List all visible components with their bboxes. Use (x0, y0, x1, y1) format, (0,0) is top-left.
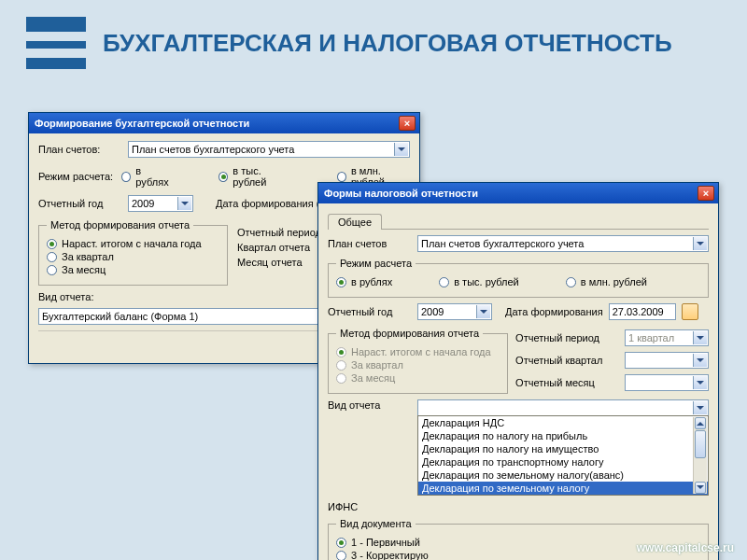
combo-kind[interactable] (417, 399, 709, 416)
radio-method-ytd: Нараст. итогом с начала года (336, 346, 500, 357)
radio-method-quarter: За квартал (336, 359, 500, 371)
window-tax-forms: Формы налоговой отчетности × Общее План … (317, 182, 719, 560)
label-period: Отчетный период (515, 332, 619, 343)
chevron-down-icon[interactable] (394, 143, 408, 156)
list-item[interactable]: Декларация по земельному налогу(аванс) (418, 469, 708, 482)
titlebar[interactable]: Формирование бухгалтерской отчетности × (29, 113, 419, 133)
chevron-down-icon[interactable] (693, 376, 707, 389)
logo-icon (26, 17, 86, 69)
chevron-down-icon[interactable] (693, 237, 707, 250)
combo-plan[interactable]: План счетов бухгалтерского учета (128, 141, 410, 158)
combo-rquarter[interactable] (625, 352, 709, 369)
dropdown-list-kind[interactable]: Декларация НДС Декларация по налогу на п… (417, 415, 709, 496)
radio-method-quarter[interactable]: За квартал (47, 251, 219, 262)
label-plan: План счетов: (38, 144, 122, 155)
radio-method-month: За месяц (336, 372, 500, 384)
footer-url: www.capitalcse.ru (637, 541, 734, 554)
close-icon[interactable]: × (399, 116, 416, 131)
chevron-down-icon[interactable] (693, 331, 707, 344)
radio-mode-thou[interactable]: в тыс. рублей (439, 276, 519, 287)
label-date: Дата формирования (505, 306, 603, 317)
legend-mode: Режим расчета (336, 258, 416, 269)
legend-doc: Вид документа (336, 518, 416, 529)
label-year: Отчетный год (38, 198, 122, 209)
calendar-icon[interactable] (682, 303, 698, 320)
chevron-down-icon[interactable] (177, 197, 191, 210)
chevron-down-icon[interactable] (476, 305, 490, 318)
legend-method: Метод формирования отчета (47, 219, 193, 231)
radio-method-ytd[interactable]: Нараст. итогом с начала года (47, 238, 219, 249)
tab-general[interactable]: Общее (328, 214, 382, 230)
window-title: Формирование бухгалтерской отчетности (35, 118, 249, 129)
scroll-up-icon[interactable] (695, 417, 706, 429)
chevron-down-icon[interactable] (693, 354, 707, 367)
radio-method-month[interactable]: За месяц (47, 264, 219, 275)
radio-mode-thou[interactable]: в тыс. рублей (218, 165, 290, 188)
chevron-down-icon[interactable] (693, 401, 707, 414)
combo-year-value: 2009 (421, 306, 444, 317)
combo-plan-value: План счетов бухгалтерского учета (421, 238, 584, 249)
combo-year[interactable]: 2009 (128, 195, 193, 212)
scroll-thumb[interactable] (695, 430, 706, 458)
list-item[interactable]: Декларация по транспортному налогу (418, 455, 708, 469)
label-mode: Режим расчета: (38, 171, 116, 182)
list-item[interactable]: Декларация по земельному налогу (418, 482, 708, 495)
input-date[interactable]: 27.03.2009 (609, 303, 676, 320)
scrollbar[interactable] (693, 417, 707, 494)
combo-rmonth[interactable] (625, 374, 709, 391)
list-item[interactable]: Декларация НДС (418, 416, 708, 429)
window-title: Формы налоговой отчетности (324, 188, 478, 199)
combo-year-value: 2009 (132, 198, 154, 209)
combo-period[interactable]: 1 квартал (625, 329, 709, 346)
list-item[interactable]: Декларация по налогу на прибыль (418, 429, 708, 442)
radio-mode-mil[interactable]: в млн. рублей (566, 276, 647, 287)
combo-kind-value: Бухгалтерский баланс (Форма 1) (42, 311, 198, 322)
radio-mode-rub[interactable]: в рублях (121, 165, 172, 188)
close-icon[interactable]: × (698, 186, 714, 201)
combo-plan-value: План счетов бухгалтерского учета (132, 144, 294, 155)
combo-plan[interactable]: План счетов бухгалтерского учета (417, 235, 709, 252)
label-year: Отчетный год (328, 306, 412, 317)
label-rquarter: Отчетный квартал (515, 355, 619, 366)
scroll-down-icon[interactable] (695, 482, 706, 494)
label-kind: Вид отчета: (38, 291, 122, 302)
label-kind: Вид отчета (328, 399, 412, 411)
list-item[interactable]: Декларация по налогу на имущество (418, 442, 708, 455)
label-ifns: ИФНС (328, 501, 412, 512)
combo-year[interactable]: 2009 (417, 303, 492, 320)
titlebar[interactable]: Формы налоговой отчетности × (318, 183, 718, 203)
label-plan: План счетов (328, 238, 412, 249)
radio-mode-rub[interactable]: в рублях (336, 276, 392, 287)
legend-method: Метод формирования отчета (336, 328, 483, 339)
slide-title: БУХГАЛТЕРСКАЯ И НАЛОГОВАЯ ОТЧЕТНОСТЬ (103, 30, 672, 57)
label-rmonth: Отчетный месяц (515, 377, 619, 388)
